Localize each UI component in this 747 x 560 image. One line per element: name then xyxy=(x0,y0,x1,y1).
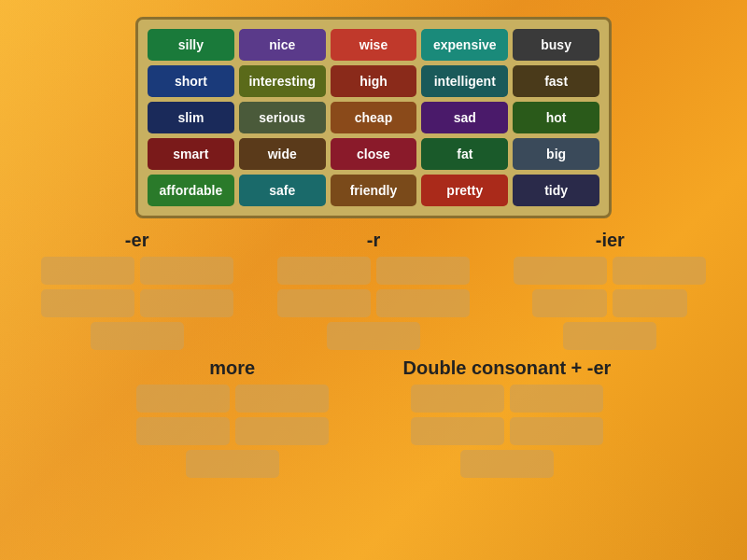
word-chip[interactable]: close xyxy=(331,138,417,170)
category-double-consonant-label: Double consonant + -er xyxy=(403,357,612,379)
word-chip[interactable]: busy xyxy=(513,29,599,61)
word-chip[interactable]: hot xyxy=(513,102,599,133)
category-double-consonant: Double consonant + -er xyxy=(403,357,612,478)
word-chip[interactable]: intelligent xyxy=(421,65,508,97)
word-bank: sillynicewiseexpensivebusyshortinteresti… xyxy=(135,17,612,218)
drop-slot[interactable] xyxy=(136,385,230,413)
r-row-2 xyxy=(277,289,470,317)
er-slots xyxy=(41,257,233,350)
drop-slot[interactable] xyxy=(277,289,371,317)
drop-slot[interactable] xyxy=(140,257,233,285)
word-chip[interactable]: affordable xyxy=(148,175,234,206)
drop-slot[interactable] xyxy=(411,417,504,445)
drop-slot[interactable] xyxy=(140,289,233,317)
word-chip[interactable]: smart xyxy=(148,138,234,170)
ier-slots xyxy=(514,257,706,350)
word-chip[interactable]: pretty xyxy=(421,175,508,206)
er-row-1 xyxy=(41,257,233,285)
drop-slot[interactable] xyxy=(376,257,470,285)
word-chip[interactable]: nice xyxy=(239,29,326,61)
er-row-2 xyxy=(41,289,233,317)
er-row-3 xyxy=(91,322,184,350)
word-chip[interactable]: sad xyxy=(421,102,508,133)
category-r-label: -r xyxy=(367,230,380,251)
category-ier: -ier xyxy=(514,230,706,350)
double-row-2 xyxy=(411,417,603,445)
more-row-3 xyxy=(186,450,279,478)
ier-row-2 xyxy=(532,289,687,317)
drop-slot[interactable] xyxy=(460,450,554,478)
more-row-1 xyxy=(136,385,329,413)
word-chip[interactable]: safe xyxy=(239,175,326,206)
category-ier-label: -ier xyxy=(596,230,625,251)
word-chip[interactable]: cheap xyxy=(331,102,417,133)
drop-slot[interactable] xyxy=(514,257,607,285)
more-slots xyxy=(136,385,329,478)
drop-slot[interactable] xyxy=(532,289,607,317)
word-chip[interactable]: silly xyxy=(148,29,234,61)
word-chip[interactable]: big xyxy=(513,138,599,170)
ier-row-3 xyxy=(563,322,656,350)
word-chip[interactable]: interesting xyxy=(239,65,326,97)
category-more: more xyxy=(136,357,329,478)
double-row-1 xyxy=(411,385,603,413)
drop-slot[interactable] xyxy=(235,417,329,445)
word-chip[interactable]: expensive xyxy=(421,29,508,61)
drop-slot[interactable] xyxy=(186,450,279,478)
drop-slot[interactable] xyxy=(510,385,603,413)
category-er: -er xyxy=(41,230,233,350)
drop-slot[interactable] xyxy=(411,385,504,413)
word-chip[interactable]: slim xyxy=(148,102,234,133)
drop-slot[interactable] xyxy=(91,322,184,350)
r-row-3 xyxy=(327,322,420,350)
category-more-label: more xyxy=(209,357,255,379)
word-chip[interactable]: wise xyxy=(331,29,417,61)
ier-row-1 xyxy=(514,257,706,285)
double-slots xyxy=(411,385,603,478)
r-row-1 xyxy=(277,257,470,285)
drop-slot[interactable] xyxy=(136,417,230,445)
word-chip[interactable]: wide xyxy=(239,138,326,170)
word-chip[interactable]: serious xyxy=(239,102,326,133)
category-er-label: -er xyxy=(125,230,149,251)
category-r: -r xyxy=(277,230,470,350)
word-chip[interactable]: tidy xyxy=(513,175,599,206)
drop-slot[interactable] xyxy=(510,417,603,445)
drop-slot[interactable] xyxy=(613,257,706,285)
word-chip[interactable]: fast xyxy=(513,65,599,97)
top-categories-row: -er -r xyxy=(19,230,728,350)
word-chip[interactable]: friendly xyxy=(331,175,417,206)
word-chip[interactable]: short xyxy=(148,65,234,97)
more-row-2 xyxy=(136,417,329,445)
drop-slot[interactable] xyxy=(235,385,329,413)
word-chip[interactable]: high xyxy=(331,65,417,97)
bottom-sections: more Double consonant + -er xyxy=(19,357,728,478)
categories-area: -er -r xyxy=(19,230,728,478)
word-chip[interactable]: fat xyxy=(421,138,508,170)
drop-slot[interactable] xyxy=(277,257,371,285)
drop-slot[interactable] xyxy=(376,289,470,317)
double-row-3 xyxy=(460,450,554,478)
drop-slot[interactable] xyxy=(613,289,687,317)
drop-slot[interactable] xyxy=(327,322,420,350)
drop-slot[interactable] xyxy=(41,289,134,317)
r-slots xyxy=(277,257,470,350)
drop-slot[interactable] xyxy=(41,257,134,285)
drop-slot[interactable] xyxy=(563,322,656,350)
